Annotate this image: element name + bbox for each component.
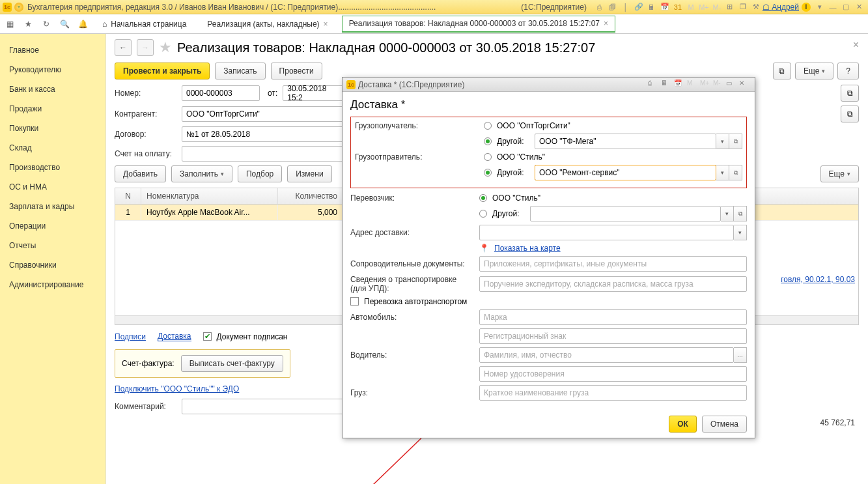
print-icon[interactable]: ⎙ — [595, 2, 605, 12]
form-close-icon[interactable]: × — [853, 39, 859, 51]
carrier-radio-other[interactable] — [479, 210, 487, 218]
ext-icon-button[interactable]: ⧉ — [841, 85, 859, 102]
consignee-radio-other[interactable] — [484, 137, 492, 145]
print-icon[interactable]: ⎙ — [648, 79, 658, 90]
th-item[interactable]: Номенклатура — [141, 188, 278, 204]
search-icon[interactable]: 🔍 — [59, 18, 70, 30]
sidebar-item-catalogs[interactable]: Справочники — [0, 255, 105, 275]
dropdown-icon[interactable]: ▾ — [734, 225, 747, 240]
maximize-icon[interactable]: ▢ — [841, 2, 851, 12]
address-field[interactable] — [479, 225, 734, 240]
sidebar-item-operations[interactable]: Операции — [0, 216, 105, 236]
favorite-icon[interactable]: ★ — [159, 39, 172, 56]
open-icon[interactable]: ⧉ — [729, 165, 742, 180]
consignor-radio-other[interactable] — [484, 169, 492, 177]
calendar-icon[interactable]: 📅 — [660, 2, 670, 12]
sidebar-item-sales[interactable]: Продажи — [0, 99, 105, 119]
show-on-map-link[interactable]: Показать на карте — [494, 244, 561, 253]
docs-field[interactable]: Приложения, сертификаты, иные документы — [479, 256, 747, 272]
carrier-radio-default[interactable] — [479, 194, 487, 202]
sidebar-item-reports[interactable]: Отчеты — [0, 236, 105, 255]
open-icon-button[interactable]: ⧉ — [773, 63, 791, 79]
driver-license-field[interactable]: Номер удостоверения — [479, 366, 747, 382]
m-icon[interactable]: M — [687, 79, 697, 90]
invoice-pay-field[interactable] — [182, 146, 344, 162]
cargo-field[interactable]: Краткое наименование груза — [479, 385, 747, 401]
sidebar-item-admin[interactable]: Администрирование — [0, 275, 105, 294]
consignee-other-field[interactable]: ООО "ТФ-Мега" — [535, 134, 716, 149]
calc-icon[interactable]: 🖩 — [661, 79, 671, 90]
help-button[interactable]: ? — [837, 63, 859, 79]
dropdown-icon[interactable]: ▾ — [716, 134, 729, 149]
th-n[interactable]: N — [115, 188, 141, 204]
post-and-close-button[interactable]: Провести и закрыть — [115, 63, 210, 79]
ellipsis-icon[interactable]: … — [734, 347, 747, 363]
sidebar-item-assets[interactable]: ОС и НМА — [0, 177, 105, 197]
sidebar-item-main[interactable]: Главное — [0, 40, 105, 60]
sidebar-item-bank[interactable]: Банк и касса — [0, 79, 105, 99]
transport-field[interactable]: Поручение экспедитору, складская расписк… — [479, 276, 747, 292]
signed-checkbox[interactable]: ✔ — [203, 332, 212, 341]
calc-icon[interactable]: 🖩 — [647, 2, 657, 12]
delivery-link[interactable]: Доставка — [158, 332, 191, 341]
tools-icon[interactable]: ⚒ — [751, 2, 761, 12]
change-button[interactable]: Измени — [287, 165, 331, 182]
bell-icon[interactable]: 🔔 — [77, 18, 89, 30]
auto-plate-field[interactable]: Регистрационный знак — [479, 328, 747, 344]
consignor-radio-default[interactable] — [484, 153, 492, 161]
tab-close-icon[interactable]: × — [604, 19, 608, 28]
consignee-radio-default[interactable] — [484, 122, 492, 130]
sidebar-item-purchases[interactable]: Покупки — [0, 119, 105, 138]
dropdown-icon[interactable]: ▾ — [716, 165, 729, 180]
dropdown-icon[interactable]: ▾ — [14, 3, 23, 12]
mminus-icon[interactable]: M- — [712, 2, 722, 12]
tab-home[interactable]: ⌂Начальная страница — [95, 16, 193, 33]
mplus-icon[interactable]: M+ — [700, 79, 710, 90]
preview-icon[interactable]: 🗐 — [608, 2, 618, 12]
add-button[interactable]: Добавить — [115, 165, 166, 182]
apps-icon[interactable]: ▦ — [4, 18, 16, 30]
user-link[interactable]: ☖ Андрей — [763, 3, 799, 12]
sidebar-item-warehouse[interactable]: Склад — [0, 138, 105, 158]
comment-field[interactable] — [182, 399, 344, 414]
edo-link[interactable]: Подключить "ООО "Стиль"" к ЭДО — [115, 384, 239, 393]
date-field[interactable]: 30.05.2018 15:2 — [283, 85, 348, 101]
nav-fwd-button[interactable]: → — [137, 39, 154, 56]
sidebar-item-payroll[interactable]: Зарплата и кадры — [0, 197, 105, 216]
sidebar-item-manager[interactable]: Руководителю — [0, 60, 105, 79]
close-icon[interactable]: ✕ — [854, 2, 864, 12]
info-dd-icon[interactable]: ▾ — [815, 2, 825, 12]
link-icon[interactable]: 🔗 — [634, 2, 644, 12]
m-icon[interactable]: M — [686, 2, 696, 12]
mplus-icon[interactable]: M+ — [699, 2, 709, 12]
carrier-other-field[interactable] — [530, 206, 721, 221]
counterparty-field[interactable]: ООО "ОптТоргСити" — [182, 106, 344, 122]
ext-icon-button[interactable]: ⧉ — [841, 106, 859, 122]
accounts-link[interactable]: говля, 90.02.1, 90.03 — [781, 275, 855, 284]
calendar-icon[interactable]: 📅 — [674, 79, 684, 90]
signatures-link[interactable]: Подписи — [115, 332, 146, 341]
post-button[interactable]: Провести — [271, 63, 322, 79]
fill-button[interactable]: Заполнить▾ — [171, 165, 232, 182]
number-field[interactable]: 0000-000003 — [182, 85, 260, 101]
th-qty[interactable]: Количество — [278, 188, 343, 204]
windows-icon[interactable]: ❐ — [738, 2, 748, 12]
issue-invoice-button[interactable]: Выписать счет-фактуру — [181, 355, 283, 372]
date-icon[interactable]: 31 — [673, 2, 683, 12]
auto-checkbox[interactable] — [350, 297, 359, 306]
dropdown-icon[interactable]: ▾ — [721, 206, 734, 221]
popup-close-icon[interactable]: ✕ — [739, 79, 749, 90]
star-icon[interactable]: ★ — [22, 18, 34, 30]
consignor-other-field[interactable]: ООО "Ремонт-сервис" — [535, 165, 716, 180]
history-icon[interactable]: ↻ — [40, 18, 52, 30]
select-button[interactable]: Подбор — [238, 165, 282, 182]
sidebar-item-production[interactable]: Производство — [0, 158, 105, 177]
tab-document[interactable]: Реализация товаров: Накладная 0000-00000… — [342, 16, 615, 33]
cancel-button[interactable]: Отмена — [702, 416, 747, 433]
table-more-button[interactable]: Еще▾ — [820, 165, 859, 182]
driver-name-field[interactable]: Фамилия, имя, отчество — [479, 347, 734, 363]
tab-sales-list[interactable]: Реализация (акты, накладные)× — [200, 16, 335, 33]
ok-button[interactable]: ОК — [669, 416, 697, 433]
mminus-icon[interactable]: M- — [713, 79, 723, 90]
nav-back-button[interactable]: ← — [115, 39, 132, 56]
